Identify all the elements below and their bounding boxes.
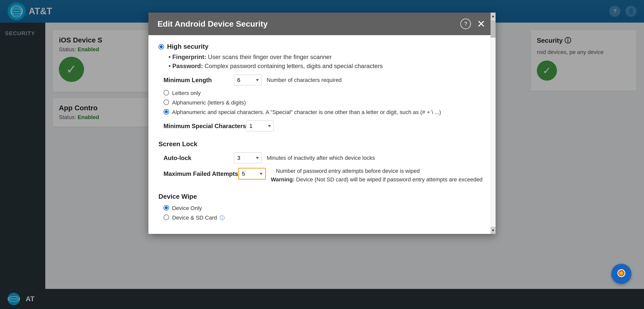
- modal-header-actions: ? ✕: [460, 19, 487, 29]
- auto-lock-row: Auto-lock 1 2 3 4 5 10 15 Minutes of ina…: [164, 152, 483, 163]
- device-only-option[interactable]: Device Only: [164, 205, 483, 212]
- letters-only-radio[interactable]: [164, 90, 169, 95]
- alphanumeric-special-radio[interactable]: [164, 109, 169, 115]
- device-sd-label: Device & SD Card: [172, 215, 217, 221]
- min-special-chars-label: Minimum Special Characters: [164, 123, 246, 130]
- alphanumeric-radio[interactable]: [164, 99, 169, 105]
- password-bullet: • Password: Complex password containing …: [169, 63, 483, 70]
- minimum-length-label: Minimum Length: [164, 77, 234, 84]
- max-failed-attempts-warning: Warning: Device (Not SD card) will be wi…: [271, 176, 483, 183]
- modal-close-button[interactable]: ✕: [476, 19, 487, 29]
- letters-only-label: Letters only: [172, 90, 201, 96]
- fingerprint-bullet: • Fingerprint: User scans their finger o…: [169, 54, 483, 61]
- alphanumeric-option[interactable]: Alphanumeric (letters & digits): [164, 99, 483, 106]
- auto-lock-hint: Minutes of inactivity after which device…: [267, 155, 375, 161]
- minimum-length-hint: Number of characters required: [267, 77, 342, 83]
- modal-body: High security • Fingerprint: User scans …: [148, 35, 496, 234]
- max-failed-attempts-row: Maximum Failed Attempts 3 4 5 6 7 8 10 N…: [164, 168, 483, 183]
- scrollbar-track: ▲ ▼: [491, 13, 496, 234]
- max-failed-attempts-label: Maximum Failed Attempts: [164, 168, 238, 177]
- screen-lock-header: Screen Lock: [158, 140, 483, 148]
- max-failed-attempts-hints: Number of password entry attempts before…: [271, 168, 483, 183]
- device-wipe-section: Device Wipe Device Only Device & SD Card…: [158, 193, 483, 221]
- device-only-dot: [165, 206, 168, 209]
- minimum-length-select[interactable]: 4 5 6 7 8 10 12: [234, 75, 262, 85]
- edit-android-security-modal: Edit Android Device Security ? ✕ High se…: [148, 13, 496, 234]
- radio-dot: [160, 45, 163, 48]
- device-sd-radio[interactable]: [164, 215, 169, 220]
- high-security-radio[interactable]: [158, 44, 164, 49]
- scroll-arrow-down[interactable]: ▼: [491, 227, 496, 234]
- section-divider-1: [158, 136, 483, 136]
- min-special-chars-row: Minimum Special Characters 1 2 3 4 5: [164, 121, 483, 131]
- max-failed-attempts-hint: Number of password entry attempts before…: [276, 168, 483, 174]
- letters-only-option[interactable]: Letters only: [164, 90, 483, 96]
- alphanumeric-special-dot: [165, 110, 168, 113]
- svg-text:😊: 😊: [619, 271, 624, 276]
- auto-lock-select[interactable]: 1 2 3 4 5 10 15: [234, 152, 262, 163]
- alphanumeric-special-label: Alphanumeric and special characters. A "…: [172, 109, 441, 116]
- modal-header: Edit Android Device Security ? ✕: [148, 13, 496, 35]
- scroll-arrow-up[interactable]: ▲: [491, 13, 496, 20]
- alphanumeric-special-option[interactable]: Alphanumeric and special characters. A "…: [164, 109, 483, 116]
- device-wipe-group: Device Only Device & SD Card ⓘ: [164, 205, 483, 221]
- modal-help-button[interactable]: ?: [460, 19, 471, 29]
- device-sd-info-icon[interactable]: ⓘ: [220, 215, 225, 221]
- scroll-thumb[interactable]: [491, 20, 496, 38]
- section-divider-2: [158, 187, 483, 188]
- high-security-label: High security: [167, 43, 209, 50]
- high-security-option: High security: [158, 43, 483, 50]
- high-security-bullets: • Fingerprint: User scans their finger o…: [169, 54, 483, 70]
- min-special-chars-select[interactable]: 1 2 3 4 5: [246, 121, 274, 131]
- device-sd-option[interactable]: Device & SD Card ⓘ: [164, 215, 483, 221]
- chat-support-button[interactable]: 😊: [611, 264, 631, 284]
- max-failed-attempts-select[interactable]: 3 4 5 6 7 8 10: [238, 168, 266, 180]
- auto-lock-label: Auto-lock: [164, 154, 234, 162]
- alphanumeric-label: Alphanumeric (letters & digits): [172, 99, 246, 106]
- modal-title: Edit Android Device Security: [157, 19, 268, 29]
- password-type-group: Letters only Alphanumeric (letters & dig…: [164, 90, 483, 116]
- device-only-label: Device Only: [172, 205, 202, 212]
- device-wipe-header: Device Wipe: [158, 193, 483, 200]
- minimum-length-row: Minimum Length 4 5 6 7 8 10 12 Number of…: [164, 75, 483, 85]
- device-only-radio[interactable]: [164, 205, 169, 211]
